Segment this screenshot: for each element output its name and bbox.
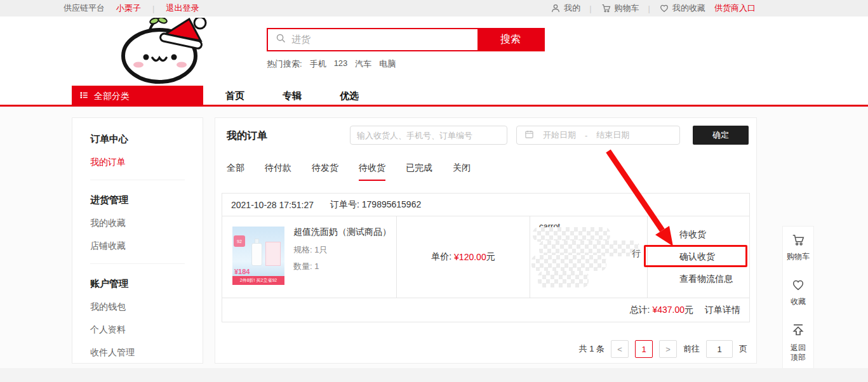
unit-price-value: ¥120.00	[454, 252, 486, 262]
order-datetime: 2021-10-28 17:51:27	[231, 200, 314, 210]
order-status-badge: 待收货	[679, 229, 749, 240]
product-qty: 数量: 1	[293, 261, 391, 272]
actions-cell: 待收货 确认收货 查看物流信息	[647, 216, 749, 298]
sidebar-section-title: 账户管理	[90, 278, 203, 290]
back-to-top-button[interactable]: 返回 顶部	[791, 323, 806, 362]
thumb-badge: 92	[234, 235, 245, 247]
confirm-receipt-button[interactable]: 确认收货	[679, 251, 749, 263]
pagination-total: 共 1 条	[579, 343, 604, 355]
order-footer: 总计: ¥437.00元 订单详情	[222, 298, 749, 322]
end-date-placeholder: 结束日期	[596, 129, 629, 141]
pagination-goto-label: 前往	[683, 343, 700, 355]
pagination-current-page[interactable]: 1	[635, 340, 653, 358]
recipient-cell: carrot 行	[530, 216, 647, 298]
tab-completed[interactable]: 已完成	[406, 162, 432, 181]
pagination-goto-input[interactable]	[706, 340, 733, 358]
topbar-left: 供应链平台 小栗子 | 退出登录	[63, 0, 199, 16]
order-search-input[interactable]	[350, 126, 507, 145]
nav-item-featured[interactable]: 优选	[340, 90, 359, 102]
page: 供应链平台 小栗子 | 退出登录 我的 | 购物车 |	[0, 0, 868, 382]
filter-confirm-button[interactable]: 确定	[693, 126, 749, 145]
tab-pending-payment[interactable]: 待付款	[265, 162, 291, 181]
nav-item-albums[interactable]: 专辑	[283, 90, 302, 102]
hot-search: 热门搜索: 手机 123 汽车 电脑	[267, 58, 545, 70]
sidebar-item-my-orders[interactable]: 我的订单	[90, 157, 203, 168]
username-link[interactable]: 小栗子	[116, 3, 141, 14]
sidebar: 订单中心 我的订单 进货管理 我的收藏 店铺收藏 账户管理 我的钱包 个人资料 …	[72, 117, 203, 364]
all-categories-button[interactable]: 全部分类	[72, 86, 203, 107]
topbar-divider: |	[589, 4, 591, 13]
thumb-price: ¥184	[234, 268, 250, 275]
unit-price-cell: 单价: ¥120.00元	[396, 216, 530, 298]
my-account-link[interactable]: 我的	[551, 3, 580, 14]
search-input[interactable]: 进货	[268, 29, 477, 50]
start-date-placeholder: 开始日期	[543, 129, 576, 141]
order-body: 92 ¥184 2件8折! 买2立省92 超值洗面奶（测试商品） 规格: 1只 …	[222, 216, 749, 298]
tab-closed[interactable]: 关闭	[453, 162, 471, 181]
sidebar-section-title: 进货管理	[90, 194, 203, 206]
date-range-input[interactable]: 开始日期 - 结束日期	[516, 126, 680, 145]
favorites-link[interactable]: 我的收藏	[659, 3, 705, 14]
hot-keyword[interactable]: 电脑	[379, 58, 396, 70]
sidebar-item-profile[interactable]: 个人资料	[90, 324, 203, 336]
topbar: 供应链平台 小栗子 | 退出登录 我的 | 购物车 |	[0, 0, 868, 16]
bottle-shape	[251, 243, 262, 266]
float-toolbar: 购物车 收藏 返回 顶部	[782, 226, 814, 371]
logo-mascot[interactable]	[94, 18, 227, 84]
platform-name: 供应链平台	[63, 3, 105, 14]
pagination: 共 1 条 < 1 > 前往 页	[579, 340, 747, 358]
hot-keyword[interactable]: 123	[334, 58, 348, 70]
view-logistics-link[interactable]: 查看物流信息	[679, 273, 749, 285]
privacy-mosaic	[538, 271, 589, 287]
hot-search-label: 热门搜索:	[267, 58, 302, 70]
heart-icon	[791, 278, 806, 294]
cart-link[interactable]: 购物车	[601, 3, 639, 14]
order-detail-link[interactable]: 订单详情	[705, 305, 740, 316]
product-image[interactable]: 92 ¥184 2件8折! 买2立省92	[232, 227, 284, 285]
page-title: 我的订单	[227, 129, 267, 143]
supplier-entry-link[interactable]: 供货商入口	[714, 3, 756, 14]
topbar-divider: |	[152, 4, 154, 13]
privacy-mosaic	[531, 255, 606, 271]
float-cart-button[interactable]: 购物车	[787, 233, 810, 261]
sidebar-item-my-favorites[interactable]: 我的收藏	[90, 218, 203, 229]
header: 进货 搜索 热门搜索: 手机 123 汽车 电脑	[0, 16, 868, 86]
heart-icon	[659, 3, 669, 13]
pagination-prev-button[interactable]: <	[611, 340, 629, 358]
cart-icon	[791, 233, 806, 249]
main-nav: 全部分类 首页 专辑 优选	[0, 86, 868, 107]
list-menu-icon	[79, 91, 89, 102]
date-separator: -	[585, 131, 587, 140]
thumb-card-shape	[265, 242, 281, 266]
logout-link[interactable]: 退出登录	[166, 3, 199, 14]
pagination-page-suffix: 页	[739, 343, 747, 355]
back-to-top-label: 返回 顶部	[791, 343, 806, 362]
product-cell: 92 ¥184 2件8折! 买2立省92 超值洗面奶（测试商品） 规格: 1只 …	[222, 216, 396, 298]
float-favorite-button[interactable]: 收藏	[791, 278, 806, 306]
sidebar-item-recipient-management[interactable]: 收件人管理	[90, 347, 203, 359]
cart-icon	[601, 3, 611, 13]
search-icon	[276, 33, 286, 46]
sidebar-item-my-wallet[interactable]: 我的钱包	[90, 301, 203, 313]
orders-panel: 我的订单 开始日期 - 结束日期 确定 全部 待付款 待发货 待收货 已完成 关…	[215, 117, 757, 364]
product-spec: 规格: 1只	[293, 244, 391, 256]
search-box: 进货 搜索	[267, 28, 545, 51]
tab-pending-receipt[interactable]: 待收货	[359, 162, 385, 181]
order-total-value: ¥437.00	[652, 305, 684, 315]
search-placeholder: 进货	[291, 34, 310, 46]
sidebar-divider	[90, 180, 185, 180]
product-name[interactable]: 超值洗面奶（测试商品）	[293, 227, 391, 238]
sidebar-item-shop-favorites[interactable]: 店铺收藏	[90, 240, 203, 252]
pagination-next-button[interactable]: >	[659, 340, 677, 358]
order-header: 2021-10-28 17:51:27 订单号: 179895615962	[222, 194, 749, 216]
calendar-icon	[524, 129, 534, 141]
tab-pending-shipment[interactable]: 待发货	[312, 162, 338, 181]
tab-all[interactable]: 全部	[227, 162, 244, 181]
hot-keyword[interactable]: 汽车	[355, 58, 371, 70]
hot-keyword[interactable]: 手机	[310, 58, 326, 70]
order-total: 总计: ¥437.00元	[630, 305, 693, 316]
order-card: 2021-10-28 17:51:27 订单号: 179895615962 92…	[222, 193, 750, 322]
search-button[interactable]: 搜索	[477, 29, 544, 50]
nav-item-home[interactable]: 首页	[225, 90, 244, 102]
order-number: 订单号: 179895615962	[330, 199, 421, 211]
